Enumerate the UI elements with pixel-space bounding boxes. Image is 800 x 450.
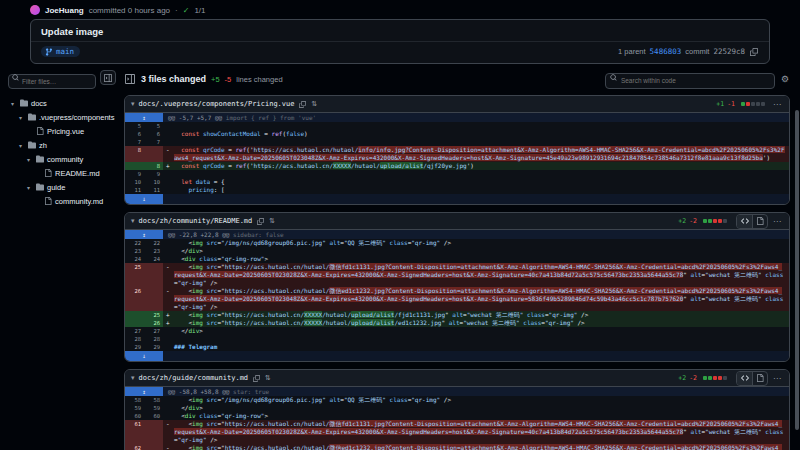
new-line-number[interactable]: 60	[144, 412, 163, 420]
old-line-number[interactable]: 6	[125, 130, 144, 138]
collapse-file-chevron-icon[interactable]: ▾	[131, 100, 135, 108]
copy-path-button[interactable]	[252, 374, 261, 383]
old-line-number[interactable]: 8	[125, 146, 144, 162]
new-line-number[interactable]	[144, 146, 163, 162]
code-token: qrCode	[203, 146, 225, 153]
new-line-number[interactable]: 28	[144, 335, 163, 343]
old-line-number[interactable]: 59	[125, 404, 144, 412]
expand-down-button[interactable]: ↓	[125, 194, 163, 204]
old-line-number[interactable]: 27	[125, 327, 144, 335]
copy-path-button[interactable]	[256, 217, 265, 226]
chevron-down-icon[interactable]: ▾	[19, 114, 25, 121]
old-line-number[interactable]: 11	[125, 186, 144, 194]
new-line-number[interactable]: 26	[144, 319, 163, 327]
parent-hash-link[interactable]: 5486803	[650, 47, 682, 56]
old-line-number[interactable]: 23	[125, 247, 144, 255]
new-line-number[interactable]: 5	[144, 122, 163, 130]
tree-item-community[interactable]: ▾community	[8, 152, 116, 166]
rich-view-button[interactable]	[752, 372, 767, 385]
new-line-number[interactable]: 22	[144, 239, 163, 247]
tree-item-docs[interactable]: ▾docs	[8, 96, 116, 110]
new-line-number[interactable]	[144, 420, 163, 444]
new-line-number[interactable]: 25	[144, 311, 163, 319]
new-line-number[interactable]	[144, 287, 163, 311]
diff-line-context: 2424 <div class="qr-img-row">	[125, 255, 789, 263]
old-line-number[interactable]	[125, 311, 144, 319]
code-token: /fjd1c1131.jpg	[394, 311, 445, 318]
chevron-down-icon[interactable]: ▾	[19, 142, 25, 149]
old-line-number[interactable]: 9	[125, 170, 144, 178]
new-line-number[interactable]: 6	[144, 130, 163, 138]
view-toggle-group	[736, 214, 768, 229]
new-line-number[interactable]: 23	[144, 247, 163, 255]
avatar[interactable]	[30, 5, 40, 15]
tree-item-zh[interactable]: ▾zh	[8, 138, 116, 152]
unfold-file-icon[interactable]: ⇅	[311, 100, 317, 108]
old-line-number[interactable]: 61	[125, 420, 144, 444]
unfold-file-icon[interactable]: ⇅	[269, 217, 275, 225]
old-line-number[interactable]: 24	[125, 255, 144, 263]
chevron-down-icon[interactable]: ▾	[11, 100, 17, 107]
collapse-sidebar-button[interactable]	[100, 70, 116, 85]
tree-item-community-md[interactable]: community.md	[8, 194, 116, 208]
new-line-number[interactable]: 29	[144, 343, 163, 351]
chevron-down-icon[interactable]: ▾	[27, 184, 33, 191]
code-token: "qr-img"	[411, 239, 440, 246]
new-line-number[interactable]: 7	[144, 138, 163, 146]
copy-path-button[interactable]	[298, 100, 307, 109]
code-token: https://acs.hutaol.cn/hutaol/	[225, 420, 330, 427]
new-line-number[interactable]	[144, 444, 163, 450]
source-view-button[interactable]	[737, 372, 752, 385]
new-line-number[interactable]: 9	[144, 170, 163, 178]
expand-hunk-button[interactable]: ↕	[125, 230, 163, 239]
filter-files-input[interactable]	[8, 74, 96, 89]
collapse-file-chevron-icon[interactable]: ▾	[131, 374, 135, 382]
old-line-number[interactable]: 10	[125, 178, 144, 186]
new-line-number[interactable]: 59	[144, 404, 163, 412]
chevron-down-icon[interactable]: ▾	[27, 156, 33, 163]
new-line-number[interactable]: 24	[144, 255, 163, 263]
folder-icon	[36, 155, 44, 163]
total-additions: +5	[211, 75, 220, 84]
diff-settings-button[interactable]: ⚙	[780, 73, 790, 85]
new-line-number[interactable]: 10	[144, 178, 163, 186]
expand-hunk-button[interactable]: ↕	[125, 387, 163, 396]
checks-count[interactable]: 1/1	[194, 6, 205, 15]
branch-badge[interactable]: main	[41, 46, 80, 57]
old-line-number[interactable]: 29	[125, 343, 144, 351]
file-options-kebab-button[interactable]: ⋯	[771, 217, 783, 226]
new-line-number[interactable]: 58	[144, 396, 163, 404]
toggle-file-tree-button[interactable]	[124, 73, 136, 85]
page-scrollbar-thumb[interactable]	[795, 110, 799, 430]
new-line-number[interactable]: 11	[144, 186, 163, 194]
old-line-number[interactable]	[125, 319, 144, 327]
collapse-file-chevron-icon[interactable]: ▾	[131, 217, 135, 225]
old-line-number[interactable]: 28	[125, 335, 144, 343]
old-line-number[interactable]: 7	[125, 138, 144, 146]
old-line-number[interactable]: 62	[125, 444, 144, 450]
tree-item-readme-md[interactable]: README.md	[8, 166, 116, 180]
search-within-code-input[interactable]	[605, 73, 775, 89]
old-line-number[interactable]	[125, 162, 144, 170]
unfold-file-icon[interactable]: ⇅	[265, 374, 271, 382]
new-line-number[interactable]: 27	[144, 327, 163, 335]
expand-hunk-button[interactable]: ↕	[125, 113, 163, 122]
tree-item--vuepress-components[interactable]: ▾.vuepress/components	[8, 110, 116, 124]
new-line-number[interactable]: 8	[144, 162, 163, 170]
old-line-number[interactable]: 60	[125, 412, 144, 420]
old-line-number[interactable]: 5	[125, 122, 144, 130]
old-line-number[interactable]: 58	[125, 396, 144, 404]
old-line-number[interactable]: 25	[125, 263, 144, 287]
file-options-kebab-button[interactable]: ⋯	[771, 100, 783, 109]
tree-item-pricing-vue[interactable]: Pricing.vue	[8, 124, 116, 138]
expand-down-button[interactable]: ↓	[125, 351, 163, 361]
rich-view-button[interactable]	[752, 215, 767, 228]
old-line-number[interactable]: 22	[125, 239, 144, 247]
file-options-kebab-button[interactable]: ⋯	[771, 374, 783, 383]
copy-commit-hash-button[interactable]	[749, 47, 759, 57]
old-line-number[interactable]: 26	[125, 287, 144, 311]
tree-item-guide[interactable]: ▾guide	[8, 180, 116, 194]
source-view-button[interactable]	[737, 215, 752, 228]
new-line-number[interactable]	[144, 263, 163, 287]
commit-author[interactable]: JoeHuang	[45, 6, 84, 15]
